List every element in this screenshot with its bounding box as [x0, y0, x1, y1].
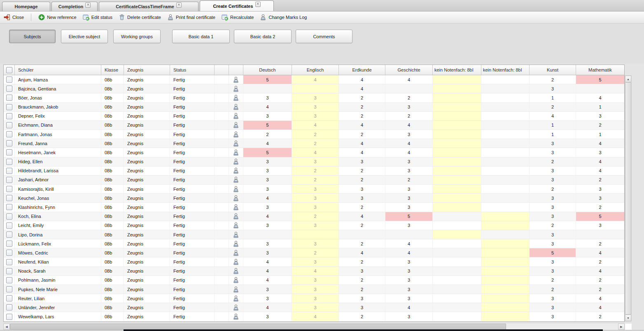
grade-englisch[interactable]: [292, 230, 339, 239]
grade-erdkunde[interactable]: 2: [339, 257, 385, 266]
grade-erdkunde[interactable]: 4: [339, 75, 385, 84]
grade-englisch[interactable]: 2: [292, 176, 339, 184]
table-row[interactable]: Reuter, Lilian 08b Zeugnis Fertig 3 3 3 …: [4, 294, 624, 303]
close-button[interactable]: Close: [4, 14, 24, 21]
grade-englisch[interactable]: 3: [292, 303, 339, 312]
grade-deutsch[interactable]: 3: [243, 294, 292, 303]
grade-erdkunde[interactable]: 4: [339, 248, 385, 257]
grade-englisch[interactable]: 3: [292, 239, 339, 248]
horizontal-scrollbar-thumb[interactable]: [10, 324, 506, 330]
vertical-scrollbar[interactable]: ▲ ▼: [625, 75, 632, 322]
row-checkbox[interactable]: [6, 259, 12, 265]
grade-kunst[interactable]: 3: [530, 167, 576, 175]
grade-englisch[interactable]: 4: [292, 121, 339, 130]
scroll-right-icon[interactable]: ▶: [618, 324, 625, 330]
row-person-cell[interactable]: [229, 157, 243, 166]
grade-geschichte[interactable]: 4: [385, 148, 433, 157]
grade-erdkunde[interactable]: 3: [339, 303, 385, 312]
row-person-cell[interactable]: [229, 93, 243, 102]
grade-deutsch[interactable]: 4: [243, 194, 292, 202]
grade-englisch[interactable]: 4: [292, 75, 339, 84]
grade-mathematik[interactable]: 2: [576, 121, 624, 130]
row-checkbox[interactable]: [6, 104, 12, 110]
grade-erdkunde[interactable]: 2: [339, 130, 385, 139]
tab-completion[interactable]: Completion ✕: [51, 2, 98, 11]
row-person-cell[interactable]: [229, 212, 243, 221]
row-checkbox[interactable]: [6, 295, 12, 301]
table-row[interactable]: Klashinrichs, Fynn 08b Zeugnis Fertig 3 …: [4, 203, 624, 212]
row-checkbox[interactable]: [6, 250, 12, 256]
grade-erdkunde[interactable]: 2: [339, 203, 385, 211]
grade-kunst[interactable]: 3: [530, 84, 576, 93]
table-row[interactable]: Heselmann, Janek 08b Zeugnis Fertig 5 4 …: [4, 148, 624, 157]
horizontal-scrollbar[interactable]: ◀ ▶: [3, 324, 625, 330]
grade-geschichte[interactable]: 3: [385, 203, 433, 211]
column-header-zeugnis[interactable]: Zeugnis: [124, 65, 170, 75]
grade-mathematik[interactable]: 4: [576, 303, 624, 312]
grade-mathematik[interactable]: 3: [576, 185, 624, 193]
row-person-cell[interactable]: [229, 303, 243, 312]
grade-englisch[interactable]: 3: [292, 93, 339, 102]
grade-deutsch[interactable]: 5: [243, 148, 292, 157]
grade-geschichte[interactable]: 3: [385, 103, 433, 111]
row-checkbox[interactable]: [6, 186, 12, 192]
grade-geschichte[interactable]: 3: [385, 167, 433, 175]
tab-basic-data-2[interactable]: Basic data 2: [234, 30, 292, 43]
grade-erdkunde[interactable]: 4: [339, 121, 385, 130]
row-person-cell[interactable]: [229, 185, 243, 193]
grade-mathematik[interactable]: 3: [576, 194, 624, 202]
row-checkbox[interactable]: [6, 86, 12, 92]
row-checkbox[interactable]: [6, 195, 12, 201]
row-checkbox[interactable]: [6, 314, 12, 320]
table-row[interactable]: Böer, Jonas 08b Zeugnis Fertig 3 3 2 2 1…: [4, 93, 624, 102]
grade-deutsch[interactable]: 3: [243, 157, 292, 166]
grade-geschichte[interactable]: 3: [385, 285, 433, 294]
row-checkbox[interactable]: [6, 140, 12, 146]
grade-kunst[interactable]: 3: [530, 148, 576, 157]
row-person-cell[interactable]: [229, 294, 243, 303]
grade-mathematik[interactable]: [576, 84, 624, 93]
grade-mathematik[interactable]: 4: [576, 294, 624, 303]
grade-englisch[interactable]: 2: [292, 130, 339, 139]
grade-kunst[interactable]: 4: [530, 112, 576, 120]
grade-englisch[interactable]: 2: [292, 248, 339, 257]
grade-mathematik[interactable]: 2: [576, 176, 624, 184]
grade-kunst[interactable]: 3: [530, 230, 576, 239]
table-row[interactable]: Anjum, Hamza 08b Zeugnis Fertig 5 4 4 4 …: [4, 75, 624, 84]
grade-mathematik[interactable]: 4: [576, 248, 624, 257]
column-header-status[interactable]: Status: [170, 65, 215, 75]
grade-mathematik[interactable]: 5: [576, 75, 624, 84]
grade-deutsch[interactable]: 3: [243, 167, 292, 175]
table-row[interactable]: Hideg, Ellen 08b Zeugnis Fertig 3 3 3 3 …: [4, 157, 624, 167]
grade-deutsch[interactable]: 4: [243, 103, 292, 111]
grade-deutsch[interactable]: 3: [243, 93, 292, 102]
grade-erdkunde[interactable]: 4: [339, 84, 385, 93]
grade-mathematik[interactable]: 3: [576, 148, 624, 157]
grade-kunst[interactable]: 3: [530, 239, 576, 248]
grade-kunst[interactable]: 3: [530, 257, 576, 266]
grade-kunst[interactable]: 3: [530, 176, 576, 184]
grade-mathematik[interactable]: 4: [576, 157, 624, 166]
grade-erdkunde[interactable]: 2: [339, 93, 385, 102]
grade-kunst[interactable]: 3: [530, 303, 576, 312]
column-header-kein-notenfach-2[interactable]: kein Notenfach: 8bI: [481, 65, 530, 75]
tab-homepage[interactable]: Homepage: [2, 2, 50, 11]
grade-kunst[interactable]: 2: [530, 276, 576, 285]
table-row[interactable]: Fartmann, Jonas 08b Zeugnis Fertig 2 2 2…: [4, 130, 624, 139]
row-person-cell[interactable]: [229, 267, 243, 275]
row-person-cell[interactable]: [229, 121, 243, 130]
grade-deutsch[interactable]: [243, 230, 292, 239]
grade-kunst[interactable]: 2: [530, 103, 576, 111]
grade-mathematik[interactable]: 4: [576, 93, 624, 102]
grade-deutsch[interactable]: 3: [243, 176, 292, 184]
row-person-cell[interactable]: [229, 239, 243, 248]
table-row[interactable]: Lipo, Dorina 08b Zeugnis Fertig 3: [4, 230, 624, 239]
tab-subjects[interactable]: Subjects: [9, 30, 56, 43]
grade-mathematik[interactable]: 2: [576, 285, 624, 294]
grade-erdkunde[interactable]: 3: [339, 267, 385, 275]
row-person-cell[interactable]: [229, 112, 243, 120]
row-person-cell[interactable]: [229, 167, 243, 175]
row-checkbox[interactable]: [6, 159, 12, 165]
row-checkbox[interactable]: [6, 222, 12, 229]
grade-mathematik[interactable]: 1: [576, 130, 624, 139]
